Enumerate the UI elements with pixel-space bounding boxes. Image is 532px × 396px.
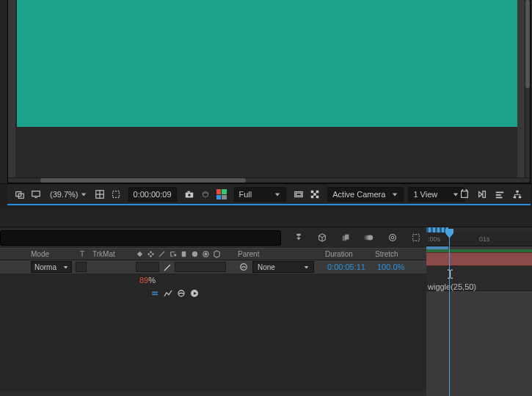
svg-rect-8 — [112, 191, 119, 198]
mode-value: Norma — [34, 263, 57, 271]
draft-3d-icon[interactable] — [316, 230, 328, 246]
svg-point-53 — [192, 252, 197, 257]
mode-dropdown[interactable]: Norma — [31, 261, 72, 273]
quality-switch-icon[interactable] — [163, 263, 172, 272]
svg-rect-32 — [519, 197, 522, 199]
chevron-down-icon — [391, 188, 398, 201]
switch-well-left[interactable] — [136, 262, 159, 272]
channel-icon[interactable] — [215, 186, 228, 202]
ruler-tick-start: :00s — [428, 235, 440, 243]
svg-rect-23 — [462, 191, 468, 198]
parent-pickwhip-icon[interactable] — [239, 263, 248, 273]
svg-point-50 — [152, 253, 154, 255]
property-value[interactable]: 89% — [139, 276, 156, 285]
svg-rect-33 — [517, 192, 518, 194]
frame-blend-icon[interactable] — [340, 230, 351, 246]
view-layout-select[interactable]: 1 View — [408, 187, 464, 202]
svg-point-51 — [150, 255, 152, 257]
viewer-scrollbar-vertical[interactable] — [525, 0, 530, 177]
show-snapshot-icon[interactable] — [199, 186, 212, 202]
motion-blur-col-icon — [191, 250, 199, 258]
expression-graph-icon[interactable] — [164, 289, 172, 298]
monitor-icon[interactable] — [29, 186, 43, 202]
viewer-inner — [7, 0, 531, 183]
resolution-value: Full — [239, 190, 252, 199]
col-trkmat-label[interactable]: TrkMat — [92, 250, 115, 258]
grid-rulers-icon[interactable] — [93, 186, 106, 202]
switch-well-right[interactable] — [175, 262, 226, 272]
work-area-nav-strip[interactable] — [426, 227, 532, 232]
pixel-aspect-icon[interactable] — [459, 186, 470, 202]
mask-visibility-icon[interactable] — [109, 186, 123, 202]
timeline-empty-area — [0, 301, 426, 392]
svg-rect-34 — [514, 194, 520, 195]
expression-language-menu-icon[interactable] — [190, 289, 199, 298]
snapshot-icon[interactable] — [183, 186, 196, 202]
current-time-indicator-line[interactable] — [449, 232, 450, 396]
current-time-field[interactable]: 0:00:00:09 — [128, 187, 177, 202]
timeline-toolbar-row — [0, 227, 426, 248]
svg-marker-13 — [275, 193, 280, 196]
timeline-track-empty — [426, 291, 532, 396]
timeline-track-area[interactable]: :00s 01s wiggle(25,50) — [426, 227, 532, 396]
svg-point-55 — [205, 253, 207, 255]
viewer-scrollbar-horizontal-thumb[interactable] — [40, 178, 246, 183]
solid-layer-preview — [17, 0, 517, 127]
svg-rect-26 — [483, 191, 486, 198]
fast-previews-icon[interactable] — [476, 186, 488, 202]
frame-blend-col-icon — [180, 250, 188, 258]
camera-select[interactable]: Active Camera — [327, 187, 404, 202]
timeline-bottom-scrollbar[interactable] — [0, 392, 426, 396]
magnification-dropdown[interactable] — [80, 188, 87, 201]
svg-point-45 — [390, 235, 396, 241]
magnification-readout[interactable]: (39.7%) — [48, 190, 80, 199]
layer-stretch[interactable]: 100.0% — [377, 263, 404, 271]
layer-duration[interactable]: 0:00:05:11 — [327, 263, 365, 271]
expression-pickwhip-icon[interactable] — [177, 289, 186, 298]
svg-rect-11 — [187, 191, 190, 193]
comp-mini-flowchart-icon[interactable] — [293, 230, 305, 246]
resolution-select[interactable]: Full — [234, 187, 287, 202]
time-ruler[interactable]: :00s 01s — [426, 232, 532, 246]
shy-col-icon — [136, 250, 144, 258]
timeline-panel-icon[interactable] — [494, 186, 506, 202]
collapse-col-icon — [147, 250, 155, 258]
always-preview-icon[interactable] — [13, 186, 26, 202]
expression-text[interactable]: wiggle(25,50) — [428, 282, 476, 291]
adjustment-col-icon — [202, 250, 210, 258]
viewer-canvas[interactable] — [8, 0, 525, 177]
col-stretch-label[interactable]: Stretch — [375, 250, 398, 258]
layer-search-field[interactable] — [0, 230, 281, 246]
brainstorm-icon[interactable] — [387, 230, 398, 246]
viewer-scrollbar-vertical-thumb[interactable] — [525, 0, 530, 88]
quality-col-icon — [158, 250, 166, 258]
col-mode-label[interactable]: Mode — [31, 250, 49, 258]
transparency-grid-icon[interactable] — [308, 186, 321, 202]
layer-bar[interactable] — [426, 252, 532, 266]
panel-gap — [0, 208, 532, 227]
svg-rect-47 — [413, 235, 420, 241]
expression-enable-icon[interactable] — [150, 289, 159, 298]
parent-dropdown[interactable]: None — [252, 261, 314, 273]
camera-value: Active Camera — [332, 190, 385, 199]
ruler-tick-01s: 01s — [479, 235, 490, 243]
value-unit: % — [148, 276, 156, 285]
motion-blur-icon[interactable] — [363, 230, 375, 246]
layer-row[interactable]: Norma None 0:00:05:11 100.0% — [0, 260, 426, 274]
current-time-indicator-head[interactable] — [445, 229, 453, 238]
viewer-scrollbar-horizontal[interactable] — [8, 178, 530, 183]
flowchart-icon[interactable] — [511, 186, 523, 202]
col-t-label[interactable]: T — [80, 250, 84, 258]
svg-marker-21 — [393, 193, 397, 196]
svg-rect-39 — [299, 235, 299, 238]
chevron-down-icon — [274, 188, 281, 201]
preserve-transparency-well[interactable] — [76, 262, 87, 272]
col-duration-label[interactable]: Duration — [325, 250, 353, 258]
viewer-toolbar: (39.7%) 0:00:00:09 Full — [7, 185, 531, 205]
region-of-interest-icon[interactable] — [292, 186, 305, 202]
auto-keyframe-icon[interactable] — [410, 230, 422, 246]
svg-rect-20 — [316, 196, 319, 199]
col-parent-label[interactable]: Parent — [238, 250, 259, 258]
timeline-panel: Mode T TrkMat Parent Duration Stretch — [0, 208, 532, 396]
svg-marker-4 — [81, 193, 85, 196]
